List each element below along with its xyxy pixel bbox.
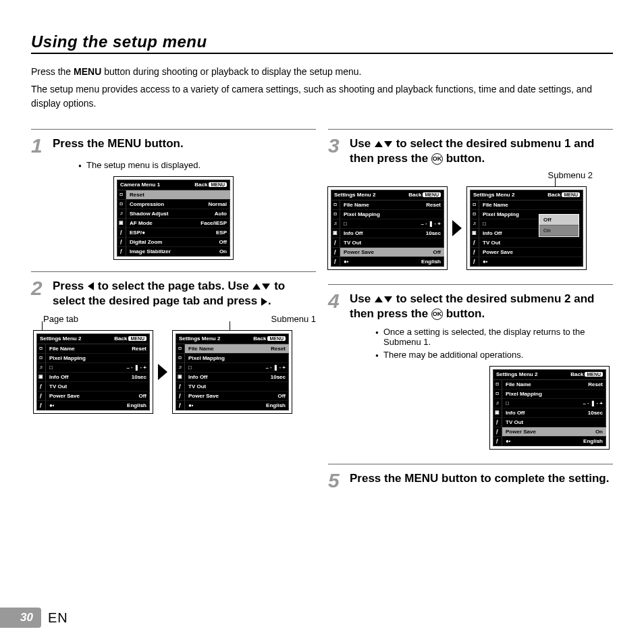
step-2-b: to select the page tabs. Use xyxy=(95,279,252,292)
screen-settings-a: Settings Menu 2BackMENU◘◘♬▣ƒƒƒFile NameR… xyxy=(34,331,153,413)
down-arrow-icon xyxy=(384,296,392,302)
step-3-a: Use xyxy=(350,137,374,150)
up-arrow-icon xyxy=(375,141,383,147)
step-2-num: 2 xyxy=(31,279,49,297)
step-4-bullet-2: There may be additional operations. xyxy=(375,350,613,360)
step-4-c: button. xyxy=(443,307,485,320)
intro-part1: Press the xyxy=(31,66,74,77)
right-arrow-icon xyxy=(261,298,267,306)
step-4-text: Use to select the desired submenu 2 and … xyxy=(350,292,613,321)
step-2-d: . xyxy=(268,294,271,307)
ok-button-icon: OK xyxy=(431,308,443,320)
intro-text: Press the MENU button during shooting or… xyxy=(31,65,613,110)
step-1: 1 Press the MENU button. xyxy=(31,136,316,155)
step-1-bullet: The setup menu is displayed. xyxy=(78,160,316,170)
step-4-num: 4 xyxy=(328,292,346,310)
screen-settings-power-on: Settings Menu 2BackMENU◘◘♬▣ƒƒƒFile NameR… xyxy=(490,367,609,449)
step-2-text: Press to select the page tabs. Use to se… xyxy=(53,279,316,308)
step-4-bullet-1: Once a setting is selected, the display … xyxy=(375,327,613,347)
page-number: 30 xyxy=(0,608,41,628)
manual-page: Using the setup menu Press the MENU butt… xyxy=(0,0,644,644)
page-footer: 30 EN xyxy=(0,608,68,628)
left-column: 1 Press the MENU button. The setup menu … xyxy=(31,119,316,489)
step-2-a: Press xyxy=(53,279,87,292)
language-label: EN xyxy=(48,610,68,626)
right-big-arrow-icon xyxy=(452,220,462,236)
step-3-num: 3 xyxy=(328,136,346,155)
step-3: 3 Use to select the desired submenu 1 an… xyxy=(328,136,613,166)
caption-sub1: Submenu 1 xyxy=(271,314,317,324)
step-4-a: Use xyxy=(350,292,374,305)
left-arrow-icon xyxy=(88,282,94,290)
step-1-text: Press the MENU button. xyxy=(53,136,184,151)
step-5-text: Press the MENU button to complete the se… xyxy=(350,471,609,486)
popup-options: OffOn xyxy=(539,214,579,237)
intro-part2: The setup menu provides access to a vari… xyxy=(31,84,592,108)
screen-settings-file-sel: Settings Menu 2BackMENU◘◘♬▣ƒƒƒFile NameR… xyxy=(173,331,292,413)
screen-settings-power-sel: Settings Menu 2BackMENU◘◘♬▣ƒƒƒFile NameR… xyxy=(328,187,447,269)
step-2: 2 Press to select the page tabs. Use to … xyxy=(31,279,316,308)
right-column: 3 Use to select the desired submenu 1 an… xyxy=(328,119,613,489)
right-big-arrow-icon xyxy=(158,364,167,380)
step-5-num: 5 xyxy=(328,471,346,489)
up-arrow-icon xyxy=(375,296,383,302)
page-title: Using the setup menu xyxy=(31,32,613,54)
up-arrow-icon xyxy=(252,284,261,290)
down-arrow-icon xyxy=(262,284,270,290)
step-3-text: Use to select the desired submenu 1 and … xyxy=(350,136,613,166)
ok-button-icon: OK xyxy=(431,153,443,165)
down-arrow-icon xyxy=(384,141,392,147)
step-5: 5 Press the MENU button to complete the … xyxy=(328,471,613,489)
caption-sub2: Submenu 2 xyxy=(328,170,613,180)
intro-part1c: button during shooting or playback to di… xyxy=(101,66,361,77)
step-1-num: 1 xyxy=(31,136,49,155)
caption-pagetab: Page tab xyxy=(43,314,78,324)
step-4: 4 Use to select the desired submenu 2 an… xyxy=(328,292,613,321)
screen-camera-menu: Camera Menu 1BackMENU◘◘♬▣ƒƒƒResetCompres… xyxy=(114,177,233,259)
step-3-c: button. xyxy=(443,152,485,165)
intro-menu: MENU xyxy=(74,66,101,77)
